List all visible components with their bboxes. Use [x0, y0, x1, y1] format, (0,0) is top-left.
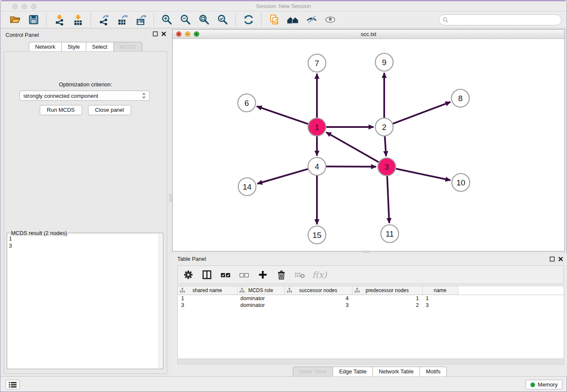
- graph-node-2[interactable]: 2: [375, 118, 393, 136]
- graph-edge-3-11[interactable]: [387, 176, 389, 223]
- graph-node-10[interactable]: 10: [452, 174, 470, 191]
- duplicate-network-button[interactable]: [268, 14, 281, 26]
- tab-select[interactable]: Select: [86, 42, 114, 52]
- close-table-panel-icon[interactable]: [558, 257, 563, 262]
- column-header-predecessor-nodes[interactable]: predecessor nodes: [352, 286, 422, 295]
- show-columns-button[interactable]: [201, 268, 213, 281]
- hide-selected-button[interactable]: [305, 14, 318, 26]
- column-header-mcds-role[interactable]: MCDS role: [237, 286, 284, 295]
- run-mcds-button[interactable]: Run MCDS: [40, 105, 82, 115]
- graph-node-11[interactable]: 11: [381, 225, 399, 243]
- graph-node-14[interactable]: 14: [238, 178, 256, 196]
- table-row[interactable]: 1 dominator 4 1 1: [178, 295, 564, 301]
- network-canvas[interactable]: 1234678910111415: [173, 39, 564, 251]
- delete-table-button[interactable]: [294, 268, 306, 281]
- network-window-titlebar[interactable]: scc.txt: [173, 30, 564, 39]
- import-network-button[interactable]: [53, 14, 66, 26]
- function-builder-button[interactable]: f(x): [312, 268, 327, 281]
- graph-node-15[interactable]: 15: [308, 226, 326, 244]
- tab-style[interactable]: Style: [62, 42, 86, 52]
- memory-button[interactable]: Memory: [526, 380, 562, 389]
- column-header-shared-name[interactable]: shared name: [178, 286, 237, 295]
- graph-node-1[interactable]: 1: [308, 118, 326, 136]
- column-header-successor-nodes[interactable]: successor nodes: [284, 286, 352, 295]
- show-all-button[interactable]: [324, 14, 336, 26]
- tab-network[interactable]: Network: [29, 42, 62, 52]
- unchecked-boxes-icon: [239, 270, 250, 280]
- graph-node-9[interactable]: 9: [375, 53, 393, 71]
- search-field[interactable]: [439, 14, 561, 25]
- cell-name[interactable]: 3: [422, 301, 458, 308]
- graph-edge-3-1[interactable]: [326, 132, 379, 162]
- delete-row-button[interactable]: [275, 268, 288, 281]
- tab-mcds[interactable]: MCDS: [114, 42, 142, 52]
- open-session-button[interactable]: [8, 14, 21, 26]
- tab-node-table[interactable]: Node Table: [293, 367, 333, 377]
- search-input[interactable]: [451, 17, 561, 23]
- criterion-select[interactable]: strongly connected component: [19, 91, 150, 101]
- app-titlebar: Session: New Session: [0, 1, 567, 11]
- tab-motifs[interactable]: Motifs: [420, 367, 447, 377]
- add-row-button[interactable]: [256, 268, 269, 281]
- table-scroll-area: [177, 359, 564, 364]
- float-panel-icon[interactable]: [153, 31, 158, 36]
- tab-edge-table[interactable]: Edge Table: [333, 367, 373, 377]
- zoom-out-icon: [180, 14, 191, 25]
- graph-edge-3-10[interactable]: [396, 169, 451, 180]
- graph-edge-2-3[interactable]: [385, 136, 386, 156]
- task-history-button[interactable]: [6, 380, 20, 389]
- toolbar-separator: [91, 14, 91, 26]
- refresh-button[interactable]: [242, 14, 255, 26]
- save-floppy-icon: [28, 14, 39, 25]
- tab-network-table[interactable]: Network Table: [373, 367, 420, 377]
- result-scrollbar[interactable]: [159, 234, 162, 368]
- save-session-button[interactable]: [27, 14, 40, 26]
- table-settings-button[interactable]: [182, 268, 195, 281]
- graph-edge-1-6[interactable]: [257, 106, 308, 124]
- delete-table-icon: [294, 270, 306, 280]
- graph-node-8[interactable]: 8: [451, 89, 469, 107]
- cell-shared-name[interactable]: 1: [178, 295, 237, 301]
- select-all-button[interactable]: [219, 268, 232, 281]
- export-image-button[interactable]: [135, 14, 147, 26]
- column-header-name[interactable]: name: [422, 286, 458, 295]
- close-panel-icon[interactable]: [161, 31, 166, 36]
- control-panel: Control Panel Network Style Select MCDS …: [0, 28, 171, 376]
- toolbar-separator: [261, 14, 261, 26]
- export-network-button[interactable]: [97, 14, 110, 26]
- graph-edge-4-14[interactable]: [257, 169, 308, 184]
- close-panel-button[interactable]: Close panel: [88, 105, 132, 115]
- graph-node-3[interactable]: 3: [378, 158, 396, 176]
- cell-successor-nodes[interactable]: 3: [284, 301, 352, 308]
- home-view-button[interactable]: [286, 14, 299, 26]
- network-graph[interactable]: 1234678910111415: [173, 39, 564, 251]
- cell-mcds-role[interactable]: dominator: [237, 295, 284, 301]
- panel-splitter-handle[interactable]: [169, 194, 172, 202]
- zoom-in-button[interactable]: [160, 14, 173, 26]
- table-tabs: Node Table Edge Table Network Table Moti…: [172, 367, 567, 377]
- export-table-button[interactable]: [116, 14, 129, 26]
- table-row[interactable]: 3 dominator 3 2 3: [178, 301, 564, 308]
- graph-node-6[interactable]: 6: [238, 94, 256, 112]
- cell-predecessor-nodes[interactable]: 2: [352, 301, 422, 308]
- graph-edge-2-8[interactable]: [393, 102, 451, 124]
- graph-edge-4-3[interactable]: [326, 166, 376, 167]
- cell-mcds-role[interactable]: dominator: [237, 301, 284, 308]
- import-table-button[interactable]: [72, 14, 84, 26]
- float-table-panel-icon[interactable]: [550, 257, 555, 262]
- cell-predecessor-nodes[interactable]: 1: [352, 295, 422, 301]
- zoom-fit-button[interactable]: [198, 14, 210, 26]
- eye-slash-icon: [306, 14, 317, 25]
- zoom-selected-button[interactable]: [216, 14, 229, 26]
- graph-node-label: 8: [458, 94, 463, 103]
- criterion-value: strongly connected component: [23, 93, 98, 99]
- cell-shared-name[interactable]: 3: [178, 301, 237, 308]
- graph-node-4[interactable]: 4: [308, 157, 326, 175]
- graph-node-7[interactable]: 7: [308, 54, 326, 72]
- cell-name[interactable]: 1: [422, 295, 458, 301]
- zoom-out-button[interactable]: [179, 14, 192, 26]
- mcds-result-text[interactable]: 1 3: [9, 235, 158, 368]
- cell-successor-nodes[interactable]: 4: [284, 295, 352, 301]
- view-splitter-handle[interactable]: [363, 251, 369, 253]
- deselect-all-button[interactable]: [238, 268, 250, 281]
